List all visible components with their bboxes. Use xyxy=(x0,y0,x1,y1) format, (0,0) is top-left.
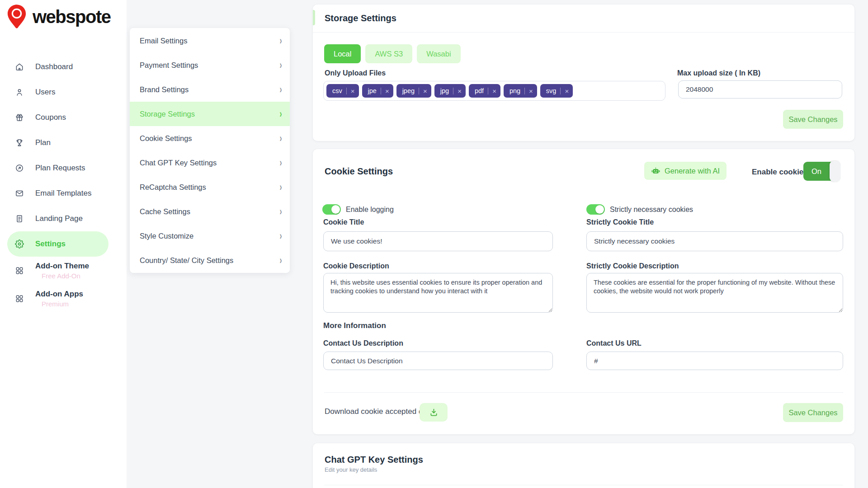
file-tag: pdf× xyxy=(469,84,500,98)
menu-item-label: Cache Settings xyxy=(140,207,190,216)
menu-item-label: ReCaptcha Settings xyxy=(140,183,206,192)
strictly-cookies-row: Strictly necessary cookies xyxy=(586,204,693,215)
strictly-cookies-toggle[interactable] xyxy=(586,204,605,215)
sidebar-item-addon-theme[interactable]: Add-on Theme Free Add-On xyxy=(0,257,127,285)
enable-cookie-label: Enable cookie xyxy=(752,168,803,177)
remove-tag-button[interactable]: × xyxy=(529,88,533,94)
home-icon xyxy=(15,62,24,71)
menu-item-email-settings[interactable]: Email Settings › xyxy=(130,28,290,53)
strictly-cookie-title-input[interactable] xyxy=(586,231,843,251)
trophy-icon xyxy=(15,138,24,147)
tag-separator xyxy=(381,88,381,94)
tab-aws-s3[interactable]: AWS S3 xyxy=(365,44,412,63)
sidebar-item-plan[interactable]: Plan xyxy=(0,130,127,155)
max-upload-size-input[interactable] xyxy=(678,80,842,99)
sidebar-item-label: Plan Requests xyxy=(35,164,85,173)
chevron-right-icon: › xyxy=(279,35,282,46)
file-tag-label: jpe xyxy=(368,87,377,94)
menu-item-label: Country/ State/ City Settings xyxy=(140,256,233,265)
file-tag-label: pdf xyxy=(475,87,484,94)
remove-tag-button[interactable]: × xyxy=(423,88,427,94)
generate-with-ai-label: Generate with AI xyxy=(665,167,720,175)
cookie-description-textarea[interactable]: Hi, this website uses essential cookies … xyxy=(323,273,553,313)
chevron-right-icon: › xyxy=(279,133,282,144)
sidebar-item-label: Coupons xyxy=(35,113,66,122)
file-tag: jpeg× xyxy=(396,84,431,98)
sidebar-item-label: Dashboard xyxy=(35,62,73,71)
switch-state-label: On xyxy=(803,167,830,176)
more-information-heading: More Information xyxy=(323,321,386,330)
sidebar-item-email-templates[interactable]: Email Templates xyxy=(0,181,127,206)
tag-separator xyxy=(453,88,453,94)
file-tag-label: svg xyxy=(546,87,557,94)
contact-us-description-label: Contact Us Description xyxy=(323,339,403,347)
brand-logo[interactable]: webspote xyxy=(6,4,110,30)
chatgpt-card-subtitle: Edit your key details xyxy=(325,466,377,473)
cookie-title-input[interactable] xyxy=(323,231,553,251)
menu-item-storage-settings[interactable]: Storage Settings › xyxy=(130,102,290,126)
sidebar-item-label: Add-on Apps xyxy=(35,290,83,299)
sidebar-item-label: Add-on Theme xyxy=(35,262,89,271)
storage-save-changes-button[interactable]: Save Changes xyxy=(783,110,843,129)
file-types-input[interactable]: csv× jpe× jpeg× jpg× pdf× png× svg× xyxy=(323,81,665,101)
tab-wasabi[interactable]: Wasabi xyxy=(417,44,460,63)
sidebar-item-landing-page[interactable]: Landing Page xyxy=(0,206,127,231)
menu-item-cookie-settings[interactable]: Cookie Settings › xyxy=(130,126,290,150)
remove-tag-button[interactable]: × xyxy=(565,88,569,94)
menu-item-label: Cookie Settings xyxy=(140,134,192,143)
file-tag: png× xyxy=(504,84,537,98)
sidebar-item-addon-apps[interactable]: Add-on Apps Premium xyxy=(0,285,127,313)
sidebar-item-plan-requests[interactable]: Plan Requests xyxy=(0,155,127,181)
download-cookie-data-label: Download cookie accepted data xyxy=(325,407,434,416)
robot-icon xyxy=(651,166,660,176)
remove-tag-button[interactable]: × xyxy=(351,88,355,94)
settings-menu: Email Settings › Payment Settings › Bran… xyxy=(130,28,290,273)
grid-icon xyxy=(15,266,24,275)
gift-icon xyxy=(15,113,24,122)
chevron-right-icon: › xyxy=(279,60,282,70)
sidebar-item-users[interactable]: Users xyxy=(0,80,127,105)
contact-us-url-label: Contact Us URL xyxy=(586,339,642,347)
section-divider xyxy=(324,392,843,393)
contact-us-url-input[interactable] xyxy=(586,352,843,370)
user-icon xyxy=(15,88,24,97)
menu-item-style-customize[interactable]: Style Customize › xyxy=(130,224,290,248)
sidebar-item-dashboard[interactable]: Dashboard xyxy=(0,54,127,80)
sidebar-item-coupons[interactable]: Coupons xyxy=(0,105,127,130)
menu-item-label: Storage Settings xyxy=(140,110,195,118)
grid-icon xyxy=(15,294,24,303)
cookie-settings-card: Cookie Settings Generate with AI Enable … xyxy=(313,149,854,434)
remove-tag-button[interactable]: × xyxy=(458,88,462,94)
menu-item-recaptcha-settings[interactable]: ReCaptcha Settings › xyxy=(130,175,290,199)
menu-item-country-state-city-settings[interactable]: Country/ State/ City Settings › xyxy=(130,248,290,272)
download-icon xyxy=(429,408,439,417)
page-icon xyxy=(15,214,24,223)
remove-tag-button[interactable]: × xyxy=(492,88,496,94)
menu-item-label: Style Customize xyxy=(140,232,193,240)
contact-us-description-input[interactable] xyxy=(323,352,553,370)
download-cookie-data-button[interactable] xyxy=(420,403,448,422)
generate-with-ai-button[interactable]: Generate with AI xyxy=(644,162,726,180)
chevron-right-icon: › xyxy=(279,108,282,119)
cookie-description-label: Cookie Description xyxy=(323,262,389,270)
tab-local[interactable]: Local xyxy=(324,44,361,63)
file-tag: svg× xyxy=(540,84,573,98)
menu-item-cache-settings[interactable]: Cache Settings › xyxy=(130,199,290,224)
cookie-save-changes-button[interactable]: Save Changes xyxy=(783,403,843,422)
remove-tag-button[interactable]: × xyxy=(385,88,389,94)
sidebar-item-label: Settings xyxy=(35,239,66,249)
enable-logging-toggle[interactable] xyxy=(322,204,341,215)
chevron-right-icon: › xyxy=(279,182,282,192)
storage-settings-card: Storage Settings Local AWS S3 Wasabi Onl… xyxy=(313,5,854,141)
storage-card-header: Storage Settings xyxy=(313,5,854,33)
mail-icon xyxy=(15,189,24,198)
strictly-cookie-description-textarea[interactable]: These cookies are essential for the prop… xyxy=(586,273,843,313)
menu-item-payment-settings[interactable]: Payment Settings › xyxy=(130,53,290,77)
menu-item-brand-settings[interactable]: Brand Settings › xyxy=(130,77,290,102)
storage-card-title: Storage Settings xyxy=(325,13,396,23)
menu-item-label: Payment Settings xyxy=(140,61,198,70)
enable-cookie-switch[interactable]: On xyxy=(803,162,840,181)
menu-item-chatgpt-key-settings[interactable]: Chat GPT Key Settings › xyxy=(130,150,290,175)
tag-separator xyxy=(488,88,488,94)
sidebar-item-settings[interactable]: Settings xyxy=(7,231,108,257)
